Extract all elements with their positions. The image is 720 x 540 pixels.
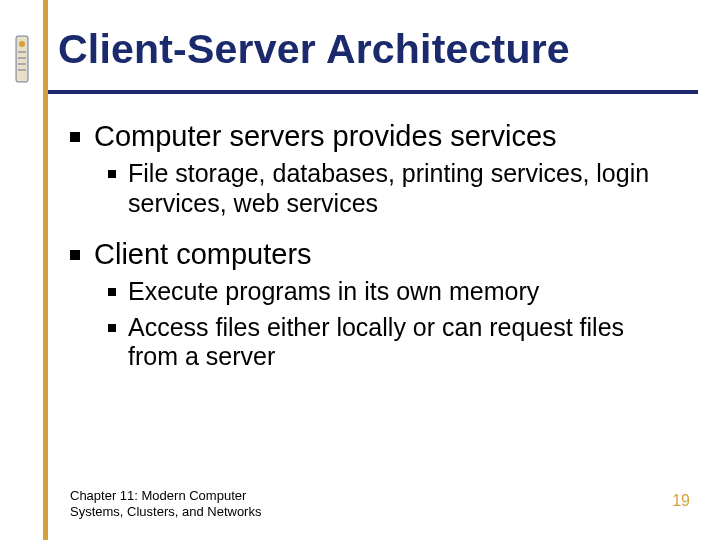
svg-point-1 — [19, 41, 25, 47]
square-bullet-icon — [108, 288, 116, 296]
slide-content: Computer servers provides services File … — [70, 110, 670, 374]
footer-chapter-line: Systems, Clusters, and Networks — [70, 504, 261, 520]
footer-chapter-line: Chapter 11: Modern Computer — [70, 488, 261, 504]
list-item: Execute programs in its own memory — [108, 277, 670, 307]
title-underline — [48, 90, 698, 94]
page-number: 19 — [672, 492, 690, 510]
list-item-text: File storage, databases, printing servic… — [128, 159, 670, 218]
footer-chapter: Chapter 11: Modern Computer Systems, Clu… — [70, 488, 261, 521]
list-item: Access files either locally or can reque… — [108, 313, 670, 372]
list-item: File storage, databases, printing servic… — [108, 159, 670, 218]
slide: Client-Server Architecture Computer serv… — [0, 0, 720, 540]
decorative-book-icon — [12, 34, 32, 84]
list-item: Client computers — [70, 238, 670, 271]
slide-title: Client-Server Architecture — [58, 26, 570, 73]
square-bullet-icon — [70, 250, 80, 260]
vertical-rule — [43, 0, 48, 540]
list-item-text: Client computers — [94, 238, 312, 271]
list-item-text: Access files either locally or can reque… — [128, 313, 670, 372]
square-bullet-icon — [108, 324, 116, 332]
square-bullet-icon — [108, 170, 116, 178]
square-bullet-icon — [70, 132, 80, 142]
list-item-text: Computer servers provides services — [94, 120, 557, 153]
list-item: Computer servers provides services — [70, 120, 670, 153]
list-item-text: Execute programs in its own memory — [128, 277, 539, 307]
